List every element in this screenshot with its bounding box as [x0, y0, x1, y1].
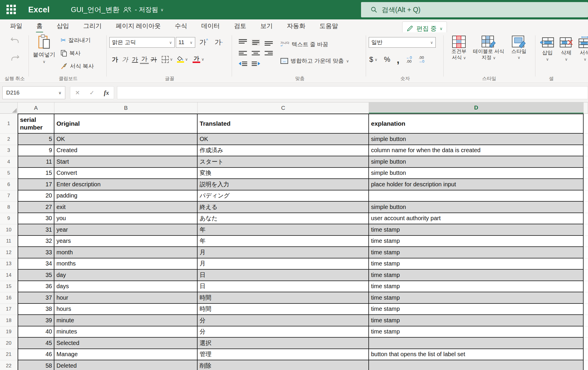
tab-보기[interactable]: 보기 — [253, 19, 280, 32]
cell-E2[interactable] — [584, 134, 588, 145]
align-left-button[interactable] — [239, 50, 247, 56]
double-underline-button[interactable]: 가 — [140, 55, 149, 64]
cell-A5[interactable]: 15 — [18, 168, 54, 179]
cell-B1[interactable]: Original — [54, 114, 198, 134]
cell-C5[interactable]: 変換 — [198, 168, 369, 179]
column-header-B[interactable]: B — [54, 102, 198, 113]
row-header-15[interactable]: 15 — [0, 281, 18, 293]
cell-B16[interactable]: hour — [54, 292, 198, 304]
cell-C17[interactable]: 時間 — [198, 304, 369, 315]
increase-indent-button[interactable] — [252, 60, 260, 67]
cell-E15[interactable] — [584, 281, 588, 293]
copy-button[interactable]: 복사 — [61, 49, 81, 57]
cell-E6[interactable] — [584, 179, 588, 190]
column-header-D[interactable]: D — [369, 102, 584, 113]
font-size-combo[interactable]: 11∨ — [176, 37, 195, 48]
cell-B4[interactable]: Start — [54, 156, 198, 168]
cell-E16[interactable] — [584, 292, 588, 304]
cell-D19[interactable]: time stamp — [369, 326, 584, 338]
paste-button[interactable]: 붙여넣기 ∨ — [31, 34, 58, 64]
font-color-button[interactable]: 가 ∨ — [193, 56, 204, 63]
cell-B21[interactable]: Manage — [54, 349, 198, 361]
borders-button[interactable]: ∨ — [162, 56, 173, 63]
decrease-indent-button[interactable] — [239, 60, 247, 67]
cell-D18[interactable]: time stamp — [369, 315, 584, 326]
cell-A2[interactable]: 5 — [18, 134, 54, 145]
align-top-button[interactable] — [239, 39, 247, 46]
cell-D9[interactable]: user account authority part — [369, 213, 584, 225]
fill-color-button[interactable]: ∨ — [177, 56, 188, 63]
cell-A3[interactable]: 9 — [18, 145, 54, 157]
row-header-5[interactable]: 5 — [0, 168, 18, 179]
increase-decimal-button[interactable]: ←0.00 — [406, 56, 412, 63]
tab-자동화[interactable]: 자동화 — [280, 19, 313, 32]
row-header-10[interactable]: 10 — [0, 224, 18, 236]
column-header-E-partial[interactable] — [584, 102, 588, 113]
cut-button[interactable]: ✂ 잘라내기 — [61, 36, 91, 44]
cell-E9[interactable] — [584, 213, 588, 225]
cell-C11[interactable]: 年 — [198, 236, 369, 247]
name-box[interactable]: D216 ∨ — [2, 86, 65, 99]
cell-D13[interactable]: time stamp — [369, 258, 584, 270]
cell-C14[interactable]: 日 — [198, 270, 369, 281]
cell-D6[interactable]: place holder for description input — [369, 179, 584, 190]
row-header-13[interactable]: 13 — [0, 258, 18, 270]
cell-C6[interactable]: 説明を入力 — [198, 179, 369, 190]
increase-font-size-button[interactable]: 가^ — [199, 38, 208, 47]
cell-D3[interactable]: column name for when the data is created — [369, 145, 584, 157]
cell-D4[interactable]: simple button — [369, 156, 584, 168]
conditional-formatting-button[interactable]: 조건부 서식 ∨ — [446, 35, 472, 61]
format-painter-button[interactable]: 서식 복사 — [61, 62, 94, 70]
cell-C7[interactable]: パディング — [198, 190, 369, 202]
cell-A11[interactable]: 32 — [18, 236, 54, 247]
app-launcher-icon[interactable] — [6, 5, 16, 15]
cell-D14[interactable]: time stamp — [369, 270, 584, 281]
cell-B11[interactable]: years — [54, 236, 198, 247]
cell-D2[interactable]: simple button — [369, 134, 584, 145]
cell-E10[interactable] — [584, 224, 588, 236]
cell-A7[interactable]: 20 — [18, 190, 54, 202]
select-all-button[interactable] — [0, 102, 18, 113]
row-header-19[interactable]: 19 — [0, 326, 18, 338]
cell-A16[interactable]: 37 — [18, 292, 54, 304]
cell-E21[interactable] — [584, 349, 588, 361]
percent-format-button[interactable]: % — [384, 55, 390, 64]
merge-center-button[interactable]: ↔ 병합하고 가운데 맞춤 ∨ — [280, 57, 349, 65]
cell-E12[interactable] — [584, 247, 588, 258]
cell-C21[interactable]: 管理 — [198, 349, 369, 361]
redo-button[interactable] — [10, 54, 20, 64]
row-header-3[interactable]: 3 — [0, 145, 18, 157]
comma-format-button[interactable]: , — [397, 57, 399, 62]
cell-E18[interactable] — [584, 315, 588, 326]
cell-B18[interactable]: minute — [54, 315, 198, 326]
cell-C3[interactable]: 作成済み — [198, 145, 369, 157]
cell-A15[interactable]: 36 — [18, 281, 54, 293]
cell-E14[interactable] — [584, 270, 588, 281]
cell-B7[interactable]: padding — [54, 190, 198, 202]
cell-C20[interactable]: 選択 — [198, 338, 369, 349]
cell-C10[interactable]: 年 — [198, 224, 369, 236]
cell-E13[interactable] — [584, 258, 588, 270]
cell-C16[interactable]: 時間 — [198, 292, 369, 304]
column-header-A[interactable]: A — [18, 102, 54, 113]
cell-D21[interactable]: button that opens the list of label set — [369, 349, 584, 361]
cell-A14[interactable]: 35 — [18, 270, 54, 281]
font-name-combo[interactable]: 맑은 고딕∨ — [109, 37, 175, 48]
tab-그리기[interactable]: 그리기 — [76, 19, 109, 32]
cell-E8[interactable] — [584, 202, 588, 213]
row-header-9[interactable]: 9 — [0, 213, 18, 225]
tab-검토[interactable]: 검토 — [227, 19, 253, 32]
tab-삽입[interactable]: 삽입 — [50, 19, 76, 32]
cell-E7[interactable] — [584, 190, 588, 202]
cell-D16[interactable]: time stamp — [369, 292, 584, 304]
decrease-decimal-button[interactable]: .00→0 — [418, 56, 424, 63]
cell-E1[interactable] — [584, 114, 588, 134]
cell-B12[interactable]: month — [54, 247, 198, 258]
row-header-18[interactable]: 18 — [0, 315, 18, 326]
cell-C2[interactable]: OK — [198, 134, 369, 145]
row-header-1[interactable]: 1 — [0, 114, 18, 134]
cell-D15[interactable]: time stamp — [369, 281, 584, 293]
row-header-11[interactable]: 11 — [0, 236, 18, 247]
cell-A22[interactable]: 58 — [18, 360, 54, 370]
cell-A21[interactable]: 46 — [18, 349, 54, 361]
